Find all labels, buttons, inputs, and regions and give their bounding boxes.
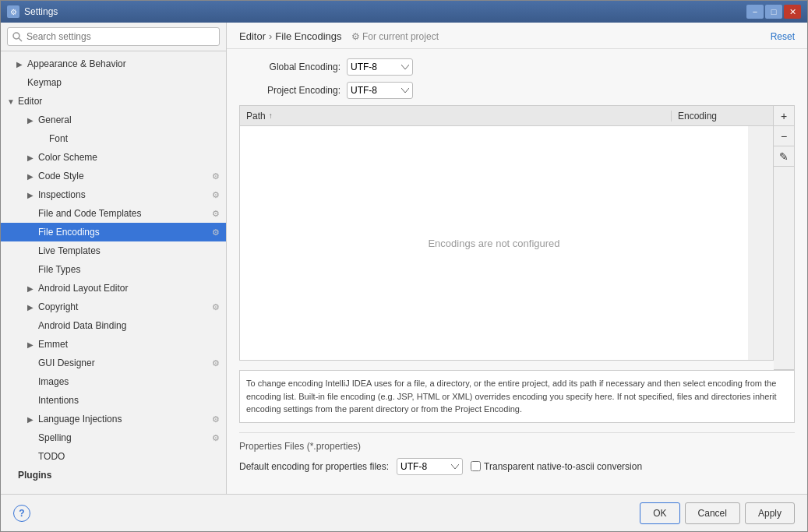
expand-arrow: ▼: [7, 97, 18, 106]
sidebar-item-live-templates[interactable]: Live Templates: [1, 241, 226, 260]
sidebar-item-label: Plugins: [18, 470, 220, 481]
sidebar-item-label: File Encodings: [38, 227, 209, 238]
sidebar-item-label: Code Style: [38, 171, 209, 181]
transparent-checkbox[interactable]: [471, 461, 481, 471]
properties-encoding-select[interactable]: UTF-8 UTF-16 ISO-8859-1: [397, 458, 463, 475]
reset-link[interactable]: Reset: [771, 31, 795, 42]
sidebar-item-plugins[interactable]: Plugins: [1, 466, 226, 484]
sidebar-item-code-style[interactable]: ▶ Code Style ⚙: [1, 167, 226, 185]
sidebar-item-intentions[interactable]: Intentions: [1, 391, 226, 410]
breadcrumb-editor: Editor: [239, 30, 266, 42]
sidebar-item-language-injections[interactable]: ▶ Language Injections ⚙: [1, 410, 226, 428]
sidebar-item-copyright[interactable]: ▶ Copyright ⚙: [1, 298, 226, 316]
breadcrumb-separator: ›: [269, 30, 272, 42]
sidebar-item-label: Spelling: [38, 432, 209, 443]
sidebar-item-label: GUI Designer: [38, 358, 209, 368]
cancel-button[interactable]: Cancel: [685, 502, 740, 524]
sidebar-item-general[interactable]: ▶ General: [1, 111, 226, 129]
main-body: Global Encoding: UTF-8 UTF-16 ISO-8859-1…: [227, 49, 807, 494]
expand-arrow: ▶: [27, 303, 38, 312]
sidebar: ▶ Appearance & Behavior Keymap ▼ Editor …: [1, 23, 227, 494]
table-side-buttons: + − ✎: [774, 105, 795, 370]
sidebar-item-keymap[interactable]: Keymap: [1, 73, 226, 92]
sidebar-item-label: TODO: [38, 451, 220, 462]
gear-icon: ⚙: [212, 190, 220, 200]
app-icon: ⚙: [7, 5, 19, 18]
close-button[interactable]: ✕: [784, 5, 801, 19]
sidebar-item-todo[interactable]: TODO: [1, 447, 226, 466]
path-column-header[interactable]: Path ↑: [240, 111, 672, 122]
sidebar-item-label: File and Code Templates: [38, 208, 209, 219]
sidebar-item-label: File Types: [38, 264, 220, 275]
sidebar-item-emmet[interactable]: ▶ Emmet: [1, 335, 226, 354]
sidebar-item-android-layout-editor[interactable]: ▶ Android Layout Editor: [1, 279, 226, 298]
sidebar-item-editor[interactable]: ▼ Editor: [1, 92, 226, 111]
maximize-button[interactable]: □: [765, 5, 782, 19]
sidebar-item-label: Language Injections: [38, 414, 209, 425]
gear-icon: ⚙: [212, 209, 220, 219]
footer-right: OK Cancel Apply: [640, 502, 795, 524]
encoding-label: Encoding: [678, 111, 717, 122]
sidebar-item-file-encodings[interactable]: File Encodings ⚙: [1, 223, 226, 241]
table-body: Encodings are not configured: [240, 126, 773, 360]
sidebar-item-label: Live Templates: [38, 245, 220, 256]
transparent-label: Transparent native-to-ascii conversion: [484, 461, 642, 472]
add-encoding-button[interactable]: +: [774, 106, 794, 126]
properties-row: Default encoding for properties files: U…: [239, 458, 795, 475]
footer-left: ?: [13, 505, 30, 522]
sidebar-item-android-data-binding[interactable]: Android Data Binding: [1, 316, 226, 335]
gear-icon: ⚙: [212, 302, 220, 312]
sidebar-item-font[interactable]: Font: [1, 129, 226, 148]
sidebar-item-label: Android Data Binding: [38, 320, 220, 331]
settings-tree: ▶ Appearance & Behavior Keymap ▼ Editor …: [1, 51, 226, 494]
edit-encoding-button[interactable]: ✎: [774, 146, 794, 167]
title-controls: − □ ✕: [746, 5, 801, 19]
expand-arrow: ▶: [27, 153, 38, 162]
encodings-table-wrapper: Path ↑ Encoding Encodings are not config…: [239, 105, 795, 370]
gear-icon: ⚙: [212, 227, 220, 238]
sidebar-item-file-types[interactable]: File Types: [1, 260, 226, 279]
expand-arrow: ▶: [27, 340, 38, 349]
sidebar-item-label: Font: [49, 133, 220, 144]
sidebar-item-appearance-behavior[interactable]: ▶ Appearance & Behavior: [1, 55, 226, 73]
sidebar-item-spelling[interactable]: Spelling ⚙: [1, 428, 226, 447]
properties-section: Properties Files (*.properties) Default …: [239, 432, 795, 475]
breadcrumb-project: ⚙ For current project: [351, 31, 439, 42]
ok-button[interactable]: OK: [640, 502, 679, 524]
gear-icon: ⚙: [212, 171, 220, 181]
table-header: Path ↑ Encoding: [240, 106, 773, 126]
encoding-column-header[interactable]: Encoding: [672, 111, 773, 122]
sidebar-item-label: Emmet: [38, 339, 220, 350]
project-encoding-select[interactable]: UTF-8 UTF-16 ISO-8859-1: [347, 82, 413, 99]
main-header: Editor › File Encodings ⚙ For current pr…: [227, 23, 807, 49]
global-encoding-label: Global Encoding:: [239, 62, 340, 72]
breadcrumb-current: File Encodings: [275, 30, 341, 42]
sidebar-item-file-code-templates[interactable]: File and Code Templates ⚙: [1, 204, 226, 223]
gear-icon: ⚙: [212, 358, 220, 368]
sidebar-item-label: Color Scheme: [38, 152, 220, 163]
sidebar-item-label: Images: [38, 376, 220, 387]
sidebar-item-inspections[interactable]: ▶ Inspections ⚙: [1, 185, 226, 204]
title-bar: ⚙ Settings − □ ✕: [1, 1, 807, 23]
global-encoding-select[interactable]: UTF-8 UTF-16 ISO-8859-1: [347, 58, 413, 76]
empty-message: Encodings are not configured: [428, 238, 559, 249]
apply-button[interactable]: Apply: [745, 502, 795, 524]
minimize-button[interactable]: −: [746, 5, 764, 19]
search-input[interactable]: [7, 27, 220, 46]
help-button[interactable]: ?: [13, 505, 30, 522]
sidebar-item-label: Editor: [18, 96, 220, 107]
expand-arrow: ▶: [27, 415, 38, 424]
sidebar-item-label: Keymap: [27, 77, 220, 88]
gear-icon: ⚙: [212, 433, 220, 443]
search-box: [1, 23, 226, 51]
breadcrumb: Editor › File Encodings ⚙ For current pr…: [239, 30, 439, 42]
sidebar-item-color-scheme[interactable]: ▶ Color Scheme: [1, 148, 226, 167]
sidebar-item-gui-designer[interactable]: GUI Designer ⚙: [1, 354, 226, 372]
remove-encoding-button[interactable]: −: [774, 126, 794, 146]
path-label: Path: [246, 111, 266, 122]
sidebar-item-label: General: [38, 115, 220, 125]
expand-arrow: ▶: [27, 172, 38, 181]
sidebar-item-images[interactable]: Images: [1, 372, 226, 391]
title-bar-left: ⚙ Settings: [7, 5, 58, 18]
properties-title: Properties Files (*.properties): [239, 441, 795, 452]
